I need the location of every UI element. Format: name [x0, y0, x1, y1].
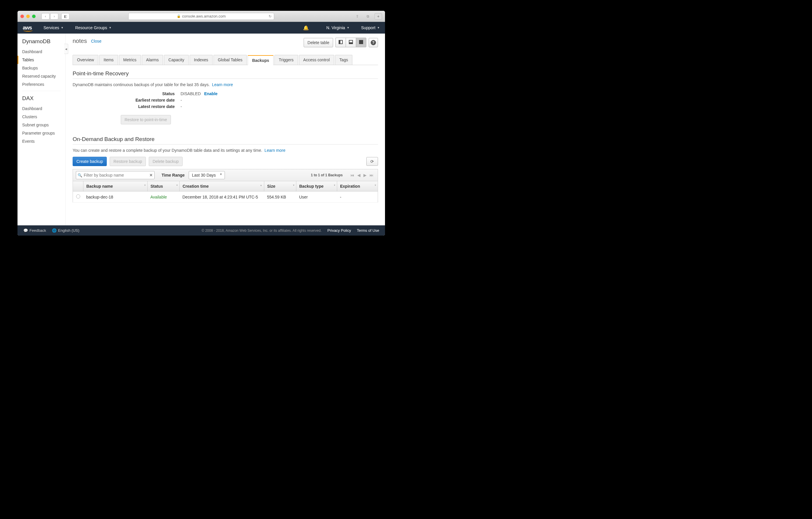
globe-icon: 🌐: [52, 228, 57, 233]
status-cell: Available: [148, 191, 180, 202]
address-bar[interactable]: 🔒 console.aws.amazon.com ↻: [128, 13, 274, 20]
share-button[interactable]: ⇪: [353, 13, 361, 20]
reload-icon[interactable]: ↻: [269, 14, 271, 18]
help-button[interactable]: ?: [369, 38, 378, 47]
pager-prev-button[interactable]: ◀: [356, 173, 362, 177]
time-range-select[interactable]: Last 30 Days: [189, 171, 225, 179]
pitr-latest-value: -: [180, 104, 182, 109]
tab-tags[interactable]: Tags: [335, 55, 353, 65]
sidebar-item-backups[interactable]: Backups: [18, 64, 65, 72]
column-expiration[interactable]: Expiration▾: [337, 181, 378, 191]
table-row[interactable]: backup-dec-18AvailableDecember 18, 2018 …: [73, 191, 378, 202]
resource-groups-menu[interactable]: Resource Groups ▼: [75, 25, 112, 30]
sidebar-item-dashboard[interactable]: Dashboard: [18, 105, 65, 113]
column-backup-type[interactable]: Backup type▾: [296, 181, 337, 191]
tabs: OverviewItemsMetricsAlarmsCapacityIndexe…: [72, 55, 378, 65]
minimize-window-button[interactable]: [26, 15, 30, 18]
column-creation-time[interactable]: Creation time▲: [180, 181, 264, 191]
services-menu[interactable]: Services ▼: [44, 25, 64, 30]
sort-icon: ▲: [260, 184, 262, 187]
sidebar-item-clusters[interactable]: Clusters: [18, 113, 65, 121]
column-size[interactable]: Size▾: [264, 181, 296, 191]
pitr-desc: DynamoDB maintains continuous backups of…: [72, 82, 210, 87]
maximize-window-button[interactable]: [32, 15, 36, 18]
pitr-enable-link[interactable]: Enable: [204, 91, 218, 96]
refresh-button[interactable]: ⟳: [366, 157, 378, 166]
panel-left-icon: [339, 40, 343, 44]
tab-indexes[interactable]: Indexes: [190, 55, 213, 65]
panel-bottom-icon: [349, 40, 353, 44]
back-button[interactable]: ‹: [41, 13, 50, 20]
sort-icon: ▾: [293, 184, 294, 187]
share-icon: ⇪: [356, 14, 359, 18]
create-backup-button[interactable]: Create backup: [72, 157, 107, 166]
ondemand-learn-more-link[interactable]: Learn more: [265, 148, 286, 153]
lock-icon: 🔒: [177, 14, 181, 18]
traffic-lights: [21, 15, 36, 18]
expiration-cell: -: [337, 191, 378, 202]
ondemand-title: On-Demand Backup and Restore: [72, 136, 378, 144]
row-radio[interactable]: [76, 194, 80, 198]
pitr-latest-label: Latest restore date: [72, 104, 180, 109]
support-menu[interactable]: Support ▼: [361, 25, 380, 30]
privacy-link[interactable]: Privacy Policy: [327, 228, 351, 233]
notifications-button[interactable]: 🔔: [303, 25, 309, 31]
sidebar-item-subnet-groups[interactable]: Subnet groups: [18, 121, 65, 129]
layout-left-button[interactable]: [336, 38, 346, 47]
feedback-link[interactable]: 💬 Feedback: [23, 228, 46, 233]
tab-triggers[interactable]: Triggers: [274, 55, 298, 65]
type-cell: User: [296, 191, 337, 202]
close-link[interactable]: Close: [91, 39, 102, 44]
sidebar-icon: ◧: [64, 14, 67, 18]
layout-bottom-button[interactable]: [346, 38, 356, 47]
sidebar-item-tables[interactable]: Tables: [18, 56, 65, 64]
delete-backup-button: Delete backup: [149, 157, 182, 166]
aws-logo[interactable]: aws: [23, 25, 32, 31]
layout-full-button[interactable]: [356, 38, 366, 47]
tab-alarms[interactable]: Alarms: [142, 55, 163, 65]
tab-access-control[interactable]: Access control: [299, 55, 334, 65]
sidebar-item-reserved-capacity[interactable]: Reserved capacity: [18, 72, 65, 80]
tab-items[interactable]: Items: [99, 55, 118, 65]
size-cell: 554.59 KB: [264, 191, 296, 202]
bell-icon: 🔔: [303, 25, 309, 30]
restore-backup-button: Restore backup: [110, 157, 146, 166]
pager-first-button[interactable]: ⏮: [349, 173, 355, 177]
new-tab-button[interactable]: +: [375, 13, 382, 20]
pager-next-button[interactable]: ▶: [362, 173, 368, 177]
restore-pitr-button: Restore to point-in-time: [121, 115, 171, 124]
tab-overview[interactable]: Overview: [72, 55, 98, 65]
speech-bubble-icon: 💬: [23, 228, 28, 233]
column-status[interactable]: Status▾: [148, 181, 180, 191]
footer: 💬 Feedback 🌐 English (US) © 2008 - 2018,…: [18, 225, 385, 236]
clear-filter-button[interactable]: ✕: [149, 173, 153, 177]
search-icon: 🔍: [78, 173, 82, 177]
tab-metrics[interactable]: Metrics: [119, 55, 141, 65]
tab-global-tables[interactable]: Global Tables: [213, 55, 247, 65]
chevron-down-icon: ▼: [61, 26, 64, 29]
close-window-button[interactable]: [21, 15, 24, 18]
pager-last-button[interactable]: ⏭: [368, 173, 375, 177]
region-menu[interactable]: N. Virginia ▼: [326, 25, 349, 30]
pitr-earliest-value: -: [180, 98, 182, 103]
language-selector[interactable]: 🌐 English (US): [52, 228, 79, 233]
panel-full-icon: [359, 40, 363, 44]
delete-table-button[interactable]: Delete table: [303, 38, 333, 47]
terms-link[interactable]: Terms of Use: [357, 228, 379, 233]
forward-button[interactable]: ›: [50, 13, 58, 20]
filter-input[interactable]: [76, 171, 154, 179]
tabs-button[interactable]: ⧉: [364, 13, 372, 20]
tab-backups[interactable]: Backups: [248, 55, 273, 65]
sidebar-item-parameter-groups[interactable]: Parameter groups: [18, 129, 65, 137]
column-backup-name[interactable]: Backup name▾: [83, 181, 148, 191]
sidebar-item-preferences[interactable]: Preferences: [18, 80, 65, 88]
creation-cell: December 18, 2018 at 4:23:41 PM UTC-5: [180, 191, 264, 202]
ondemand-desc: You can create and restore a complete ba…: [72, 148, 262, 153]
sidebar-toggle-button[interactable]: ◧: [61, 13, 69, 20]
content: notes Close Delete table ? OverviewItems…: [66, 33, 385, 225]
sidebar-item-events[interactable]: Events: [18, 137, 65, 145]
tab-capacity[interactable]: Capacity: [164, 55, 188, 65]
pitr-learn-more-link[interactable]: Learn more: [212, 82, 233, 87]
sidebar-item-dashboard[interactable]: Dashboard: [18, 48, 65, 56]
chevron-down-icon: ▼: [347, 26, 349, 29]
